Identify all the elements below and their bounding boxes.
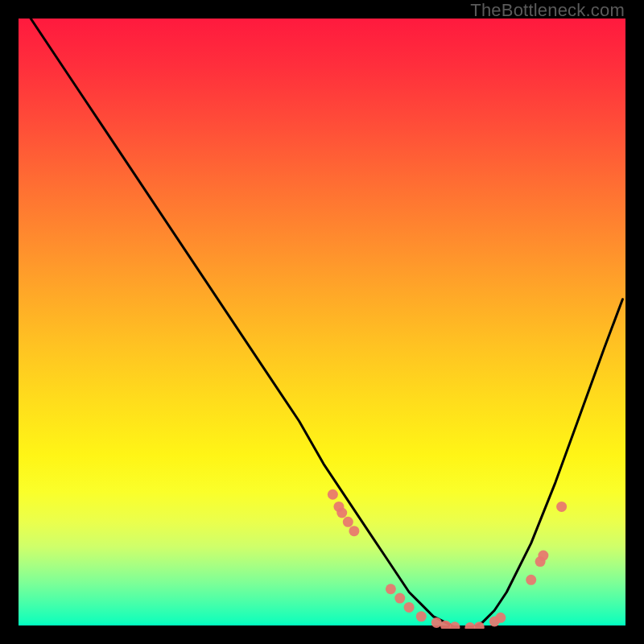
svg-point-5 (386, 584, 396, 594)
svg-point-18 (538, 551, 548, 561)
svg-point-17 (535, 556, 546, 567)
svg-point-3 (343, 517, 353, 527)
svg-point-10 (440, 621, 451, 629)
plot-area (17, 17, 627, 627)
svg-point-1 (333, 502, 344, 512)
svg-point-11 (449, 621, 460, 629)
svg-point-4 (349, 526, 359, 536)
svg-point-19 (556, 502, 567, 512)
data-markers (328, 489, 567, 629)
svg-point-8 (416, 611, 427, 621)
watermark-text: TheBottleneck.com (470, 0, 625, 21)
svg-point-9 (431, 617, 442, 628)
svg-point-0 (328, 489, 338, 500)
svg-point-16 (526, 575, 536, 585)
svg-point-12 (464, 622, 475, 629)
chart-container: TheBottleneck.com (0, 0, 644, 644)
svg-point-15 (495, 613, 506, 623)
bottleneck-curve (31, 19, 622, 629)
svg-point-7 (404, 602, 415, 613)
svg-point-13 (474, 621, 485, 629)
svg-point-14 (489, 616, 500, 626)
svg-point-2 (336, 507, 347, 518)
svg-point-6 (394, 593, 405, 604)
chart-svg (19, 19, 629, 629)
